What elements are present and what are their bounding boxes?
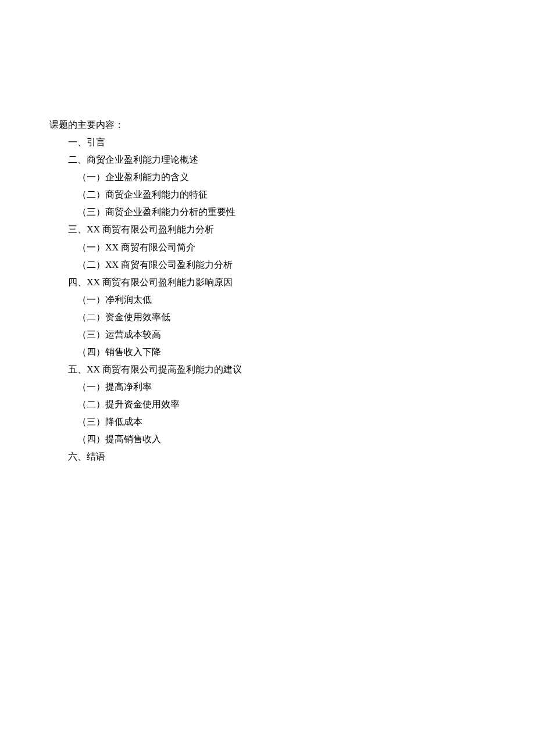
outline-item: （一）企业盈利能力的含义 — [77, 169, 486, 186]
outline-item: 五、XX 商贸有限公司提高盈利能力的建议 — [68, 361, 486, 378]
main-heading: 课题的主要内容： — [49, 116, 486, 134]
outline-item: （二）资金使用效率低 — [77, 309, 486, 326]
outline-item: 二、商贸企业盈利能力理论概述 — [68, 151, 486, 169]
outline-item: （一）提高净利率 — [77, 378, 486, 396]
document-content: 课题的主要内容： 一、引言二、商贸企业盈利能力理论概述（一）企业盈利能力的含义（… — [49, 116, 486, 466]
outline-item: （一）净利润太低 — [77, 291, 486, 309]
outline-item: 六、结语 — [68, 448, 486, 465]
outline-item: （二）提升资金使用效率 — [77, 396, 486, 413]
outline-item: （三）商贸企业盈利能力分析的重要性 — [77, 203, 486, 221]
outline-container: 一、引言二、商贸企业盈利能力理论概述（一）企业盈利能力的含义（二）商贸企业盈利能… — [49, 134, 486, 465]
outline-item: 四、XX 商贸有限公司盈利能力影响原因 — [68, 274, 486, 291]
outline-item: 三、XX 商贸有限公司盈利能力分析 — [68, 221, 486, 238]
outline-item: （二）商贸企业盈利能力的特征 — [77, 186, 486, 203]
outline-item: （三）运营成本较高 — [77, 326, 486, 343]
outline-item: （四）销售收入下降 — [77, 343, 486, 361]
outline-item: （二）XX 商贸有限公司盈利能力分析 — [77, 256, 486, 274]
outline-item: （三）降低成本 — [77, 413, 486, 431]
outline-item: （四）提高销售收入 — [77, 431, 486, 448]
outline-item: （一）XX 商贸有限公司简介 — [77, 239, 486, 256]
outline-item: 一、引言 — [68, 134, 486, 151]
